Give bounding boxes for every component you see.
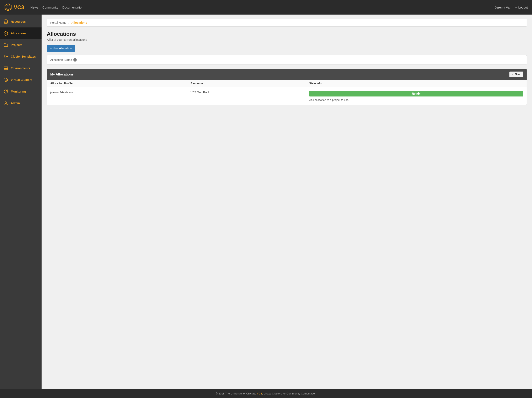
sidebar-item-admin[interactable]: Admin: [0, 97, 42, 109]
brand-text: VC3: [14, 4, 24, 11]
allocation-states-label: Allocation States: [50, 58, 72, 62]
allocation-profile-cell: jvan-vc3-test-pool: [47, 87, 187, 105]
filter-icon: ▿: [512, 73, 513, 76]
table-row: jvan-vc3-test-pool VC3 Test Pool Ready A…: [47, 87, 527, 105]
svg-marker-19: [5, 79, 7, 81]
sidebar-item-cluster-templates[interactable]: Cluster Templates: [0, 51, 42, 62]
breadcrumb-current: Allocations: [71, 21, 87, 24]
sidebar-item-projects[interactable]: Projects: [0, 39, 42, 51]
resource-cell: VC3 Test Pool: [187, 87, 306, 105]
footer-brand: VC3: [257, 392, 262, 395]
col-resource: Resource: [187, 80, 306, 87]
col-allocation-profile: Allocation Profile: [47, 80, 187, 87]
sidebar-cluster-templates-label: Cluster Templates: [11, 55, 36, 58]
nav-links: News Community Documentation: [31, 6, 495, 9]
svg-point-17: [7, 69, 7, 69]
footer: © 2018 The University of Chicago VC3, Vi…: [0, 389, 532, 398]
svg-point-23: [5, 102, 7, 103]
state-ready-badge: Ready: [309, 91, 523, 96]
svg-point-16: [7, 67, 7, 68]
sidebar-item-environments[interactable]: Environments: [0, 62, 42, 74]
chart-icon: +: [3, 89, 8, 94]
sidebar-allocations-label: Allocations: [11, 32, 26, 35]
sidebar-admin-label: Admin: [11, 102, 20, 105]
page-header: Allocations A list of your current alloc…: [47, 31, 527, 52]
svg-line-11: [4, 32, 6, 33]
nav-user-area: Jeremy Van → Logout: [495, 6, 528, 9]
svg-point-8: [4, 20, 8, 21]
sidebar: Resources Allocations Projects: [0, 14, 42, 389]
gear-icon: [3, 54, 8, 59]
brand-logo[interactable]: VC3: [4, 3, 24, 11]
state-info-cell: Ready Add allocation to a project to use…: [306, 87, 527, 105]
brand-hexagon-icon: [4, 3, 12, 11]
folder-icon: [3, 42, 8, 47]
page-title: Allocations: [47, 31, 527, 37]
my-allocations-header: My Allocations ▿ Filter: [47, 69, 527, 80]
sidebar-item-monitoring[interactable]: + Monitoring: [0, 86, 42, 97]
logout-button[interactable]: → Logout: [514, 6, 528, 9]
breadcrumb-separator: /: [69, 21, 70, 24]
database-icon: [3, 19, 8, 24]
sidebar-item-virtual-clusters[interactable]: Virtual Clusters: [0, 74, 42, 86]
allocation-states-info-icon[interactable]: i: [73, 58, 77, 62]
new-allocation-button[interactable]: + New Allocation: [47, 45, 75, 52]
allocations-table: Allocation Profile Resource State Info j…: [47, 80, 527, 105]
my-allocations-card: My Allocations ▿ Filter Allocation Profi…: [47, 69, 527, 105]
server-icon: [3, 66, 8, 71]
logout-icon: →: [514, 6, 517, 9]
sidebar-projects-label: Projects: [11, 43, 22, 47]
allocation-states-bar: Allocation States i: [47, 55, 527, 65]
sidebar-monitoring-label: Monitoring: [11, 90, 26, 93]
hexagon-icon: [3, 77, 8, 82]
breadcrumb-home[interactable]: Portal Home: [50, 21, 66, 24]
footer-text: © 2018 The University of Chicago VC3, Vi…: [216, 392, 316, 395]
main-content: Portal Home / Allocations Allocations A …: [42, 14, 532, 389]
sidebar-item-allocations[interactable]: Allocations: [0, 27, 42, 39]
my-allocations-title: My Allocations: [50, 73, 74, 76]
admin-icon: [3, 101, 8, 106]
sidebar-environments-label: Environments: [11, 67, 30, 70]
sidebar-resources-label: Resources: [11, 20, 26, 23]
svg-line-12: [6, 32, 8, 33]
svg-point-13: [5, 56, 7, 58]
state-note: Add allocation to a project to use.: [309, 98, 349, 102]
filter-button[interactable]: ▿ Filter: [509, 71, 523, 77]
page-subtitle: A list of your current allocations: [47, 38, 527, 41]
sidebar-virtual-clusters-label: Virtual Clusters: [11, 78, 32, 82]
table-header-row: Allocation Profile Resource State Info: [47, 80, 527, 87]
breadcrumb: Portal Home / Allocations: [47, 19, 527, 27]
top-navigation: VC3 News Community Documentation Jeremy …: [0, 0, 532, 14]
nav-community[interactable]: Community: [42, 6, 58, 9]
svg-marker-1: [6, 5, 10, 10]
nav-documentation[interactable]: Documentation: [62, 6, 83, 9]
sidebar-item-resources[interactable]: Resources: [0, 16, 42, 27]
col-state-info: State Info: [306, 80, 527, 87]
nav-news[interactable]: News: [31, 6, 38, 9]
cube-icon: [3, 31, 8, 36]
svg-marker-18: [4, 78, 7, 82]
main-layout: Resources Allocations Projects: [0, 14, 532, 389]
username-label: Jeremy Van: [495, 6, 511, 9]
